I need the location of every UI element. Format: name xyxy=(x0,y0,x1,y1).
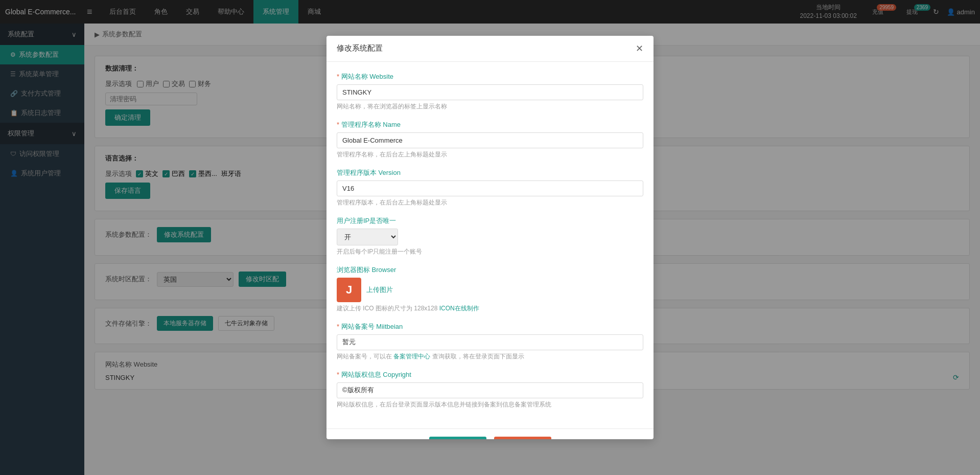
upload-link[interactable]: 上传图片 xyxy=(366,285,393,295)
modal-field-favicon: 浏览器图标 Browser J 上传图片 建议上传 ICO 图标的尺寸为 128… xyxy=(337,265,643,313)
modal-select-ip[interactable]: 开 关 xyxy=(337,229,398,245)
modal-header: 修改系统配置 ✕ xyxy=(326,36,654,62)
modal-field-version: 管理程序版本 Version 管理程序版本，在后台左上角标题处显示 xyxy=(337,168,643,207)
modal-label-icp: * 网站备案号 Miitbeian xyxy=(337,322,643,331)
modal-title: 修改系统配置 xyxy=(337,43,383,53)
modal-input-icp[interactable] xyxy=(337,334,643,350)
modal-input-version[interactable] xyxy=(337,180,643,196)
required-star-appname: * xyxy=(337,121,339,128)
save-config-button[interactable]: 保存配置 xyxy=(429,437,486,440)
required-star-icp: * xyxy=(337,323,339,330)
modal-field-copyright: * 网站版权信息 Copyright 网站版权信息，在后台登录页面显示版本信息并… xyxy=(337,370,643,409)
modal-body: * 网站名称 Website 网站名称，将在浏览器的标签上显示名称 * 管理程序… xyxy=(326,62,654,428)
cancel-modify-button[interactable]: 取消修改 xyxy=(494,437,551,440)
modal-dialog: 修改系统配置 ✕ * 网站名称 Website 网站名称，将在浏览器的标签上显示… xyxy=(326,36,654,440)
favicon-upload-area: J 上传图片 xyxy=(337,278,643,302)
modal-field-website: * 网站名称 Website 网站名称，将在浏览器的标签上显示名称 xyxy=(337,72,643,111)
favicon-preview: J xyxy=(337,278,361,302)
modal-field-ip: 用户注册IP是否唯一 开 关 开启后每个IP只能注册一个账号 xyxy=(337,216,643,256)
modal-input-copyright[interactable] xyxy=(337,382,643,398)
modal-overlay[interactable]: 修改系统配置 ✕ * 网站名称 Website 网站名称，将在浏览器的标签上显示… xyxy=(0,0,980,475)
modal-hint-website: 网站名称，将在浏览器的标签上显示名称 xyxy=(337,102,643,111)
modal-label-version: 管理程序版本 Version xyxy=(337,168,643,177)
required-star-copyright: * xyxy=(337,371,339,378)
modal-label-appname: * 管理程序名称 Name xyxy=(337,120,643,129)
modal-field-icp: * 网站备案号 Miitbeian 网站备案号，可以在 备案管理中心 查询获取，… xyxy=(337,322,643,361)
modal-input-appname[interactable] xyxy=(337,132,643,148)
icon-maker-link[interactable]: ICON在线制作 xyxy=(439,305,479,312)
modal-hint-favicon: 建议上传 ICO 图标的尺寸为 128x128 ICON在线制作 xyxy=(337,304,643,313)
modal-label-website: * 网站名称 Website xyxy=(337,72,643,81)
modal-hint-copyright: 网站版权信息，在后台登录页面显示版本信息并链接到备案到信息备案管理系统 xyxy=(337,400,643,409)
modal-footer: 保存配置 取消修改 xyxy=(326,428,654,440)
modal-hint-ip: 开启后每个IP只能注册一个账号 xyxy=(337,247,643,256)
modal-hint-icp: 网站备案号，可以在 备案管理中心 查询获取，将在登录页面下面显示 xyxy=(337,352,643,361)
modal-label-ip: 用户注册IP是否唯一 xyxy=(337,216,643,225)
modal-field-appname: * 管理程序名称 Name 管理程序名称，在后台左上角标题处显示 xyxy=(337,120,643,159)
beian-center-link[interactable]: 备案管理中心 xyxy=(393,353,430,360)
modal-hint-version: 管理程序版本，在后台左上角标题处显示 xyxy=(337,198,643,207)
modal-hint-appname: 管理程序名称，在后台左上角标题处显示 xyxy=(337,150,643,159)
modal-label-copyright: * 网站版权信息 Copyright xyxy=(337,370,643,379)
modal-input-website[interactable] xyxy=(337,84,643,100)
required-star-website: * xyxy=(337,73,339,80)
modal-close-button[interactable]: ✕ xyxy=(636,43,643,54)
modal-label-favicon: 浏览器图标 Browser xyxy=(337,265,643,275)
